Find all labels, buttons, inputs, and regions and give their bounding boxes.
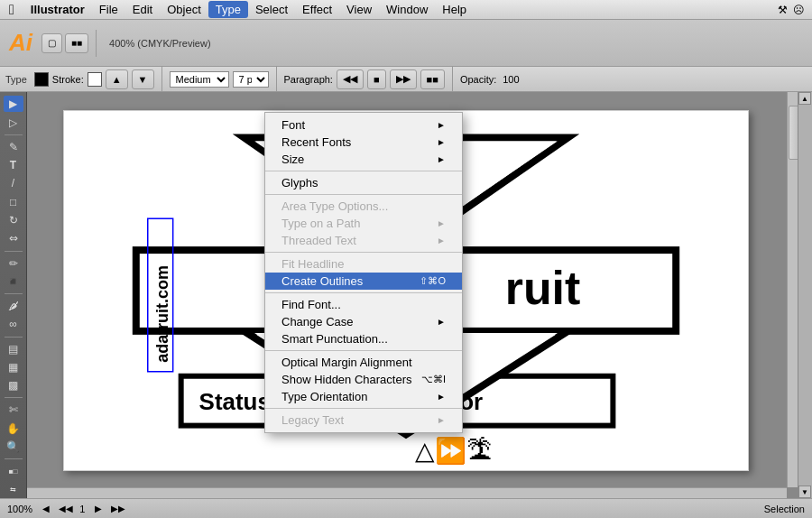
selection-mode: Selection bbox=[764, 504, 805, 514]
pen-tool[interactable]: ✎ bbox=[4, 139, 23, 155]
font-submenu-arrow: ► bbox=[437, 120, 446, 130]
zoom-tool[interactable]: 🔍 bbox=[4, 439, 23, 455]
scroll-up-btn[interactable]: ▲ bbox=[798, 92, 811, 105]
stroke-color-swatch[interactable] bbox=[88, 72, 102, 87]
cc-arrow: ► bbox=[437, 317, 446, 327]
toolbar-sep-1 bbox=[96, 30, 97, 57]
tool-sep-6 bbox=[5, 458, 23, 459]
last-page-btn[interactable]: ▶▶ bbox=[112, 503, 125, 515]
menu-item-glyphs[interactable]: Glyphs bbox=[265, 174, 462, 191]
direct-selection-tool[interactable]: ▷ bbox=[4, 114, 23, 130]
create-outlines-shortcut: ⇧⌘O bbox=[420, 275, 446, 287]
toolbar-btn-group1: ▢ ■■ bbox=[42, 33, 88, 53]
menu-item-legacy-text: Legacy Text ► bbox=[265, 412, 462, 429]
horizontal-scrollbar[interactable] bbox=[27, 487, 787, 498]
type-toolbar: Type Stroke: ▲ ▼ Medium 7 pt Paragraph: … bbox=[0, 67, 812, 92]
paragraph-label: Paragraph: bbox=[284, 74, 333, 85]
menu-item-type-orientation[interactable]: Type Orientation ► bbox=[265, 388, 462, 405]
eyedropper-tool[interactable]: 🌶 bbox=[4, 298, 23, 314]
menu-right-icons: ⚒ ☹ bbox=[778, 4, 812, 16]
bottom-icons: △⏩🏝 bbox=[415, 437, 492, 467]
menu-bar:  Illustrator File Edit Object Type Sele… bbox=[0, 0, 812, 20]
menu-window[interactable]: Window bbox=[379, 1, 435, 18]
eraser-tool[interactable]: ◾ bbox=[4, 273, 23, 290]
menu-file[interactable]: File bbox=[92, 1, 125, 18]
menu-select[interactable]: Select bbox=[248, 1, 295, 18]
apple-menu[interactable]:  bbox=[0, 2, 23, 18]
stroke-weight-btn2[interactable]: ▼ bbox=[132, 69, 154, 89]
graph-tool[interactable]: ▤ bbox=[4, 340, 23, 356]
divider-2 bbox=[265, 194, 462, 195]
rectangle-tool[interactable]: □ bbox=[4, 194, 23, 210]
zoom-field: 400% (CMYK/Preview) bbox=[104, 38, 216, 49]
menu-help[interactable]: Help bbox=[435, 1, 474, 18]
mesh-tool[interactable]: ▦ bbox=[4, 359, 23, 375]
tool-sep-4 bbox=[5, 337, 23, 338]
toggle-btn[interactable]: ■■ bbox=[65, 33, 88, 53]
menu-type[interactable]: Type bbox=[208, 1, 248, 18]
scroll-down-btn[interactable]: ▼ bbox=[798, 486, 811, 498]
menu-item-size[interactable]: Size ► bbox=[265, 151, 462, 168]
menu-object[interactable]: Object bbox=[160, 1, 208, 18]
status-bar: 100% ◀ ◀◀ 1 ▶ ▶▶ Selection bbox=[0, 498, 812, 518]
menu-item-change-case[interactable]: Change Case ► bbox=[265, 313, 462, 330]
size-select[interactable]: 7 pt bbox=[233, 71, 269, 88]
right-scroll-panel: ▲ ▼ bbox=[798, 92, 812, 498]
scissors-tool[interactable]: ✄ bbox=[4, 402, 23, 418]
menu-item-smart-punctuation[interactable]: Smart Punctuation... bbox=[265, 330, 462, 347]
menu-item-create-outlines[interactable]: Create Outlines ⇧⌘O bbox=[265, 273, 462, 290]
menu-effect[interactable]: Effect bbox=[295, 1, 339, 18]
menu-edit[interactable]: Edit bbox=[125, 1, 160, 18]
toolbar-sep-2 bbox=[161, 66, 162, 93]
rotate-tool[interactable]: ↻ bbox=[4, 212, 23, 228]
reflect-tool[interactable]: ⇔ bbox=[4, 230, 23, 246]
stroke-label: Stroke: bbox=[52, 74, 84, 85]
app-name[interactable]: Illustrator bbox=[23, 3, 92, 16]
menu-item-font[interactable]: Font ► bbox=[265, 116, 462, 134]
gradient-tool[interactable]: ▩ bbox=[4, 377, 23, 393]
next-page-btn[interactable]: ▶ bbox=[92, 503, 105, 515]
selection-tool[interactable]: ▶ bbox=[4, 96, 23, 112]
divider-1 bbox=[265, 171, 462, 171]
scroll-thumb[interactable] bbox=[789, 106, 798, 160]
zoom-level: 100% bbox=[7, 504, 32, 514]
first-page-btn[interactable]: ◀◀ bbox=[60, 503, 72, 515]
align-center-btn[interactable]: ■ bbox=[367, 69, 386, 89]
lt-arrow: ► bbox=[437, 415, 446, 425]
opacity-label: Opacity: bbox=[460, 74, 496, 85]
toolbar-sep-4 bbox=[452, 66, 453, 93]
pencil-tool[interactable]: ✏ bbox=[4, 254, 23, 271]
menu-item-show-hidden[interactable]: Show Hidden Characters ⌥⌘I bbox=[265, 371, 462, 388]
vertical-scrollbar[interactable] bbox=[787, 92, 798, 487]
show-hidden-shortcut: ⌥⌘I bbox=[421, 374, 446, 385]
line-tool[interactable]: / bbox=[4, 175, 23, 191]
tools-panel: ▶ ▷ ✎ T / □ ↻ ⇔ ✏ ◾ 🌶 ∞ ▤ ▦ ▩ ✄ ✋ 🔍 ■□ ⇆ bbox=[0, 92, 27, 498]
align-right-btn[interactable]: ▶▶ bbox=[390, 69, 417, 89]
fill-color-swatch[interactable] bbox=[34, 72, 49, 87]
canvas-area[interactable]: Status: Temporary Visitor adafruit.com r… bbox=[27, 92, 798, 498]
adafruit-text: adafruit.com bbox=[153, 265, 171, 363]
tt-arrow: ► bbox=[437, 236, 446, 245]
blend-tool[interactable]: ∞ bbox=[4, 316, 23, 332]
fill-stroke-indicator[interactable]: ■□ bbox=[4, 463, 23, 479]
hand-tool[interactable]: ✋ bbox=[4, 421, 23, 437]
ruit-text: ruit bbox=[505, 262, 581, 314]
swap-colors-btn[interactable]: ⇆ bbox=[4, 482, 23, 498]
menu-item-recent-fonts[interactable]: Recent Fonts ► bbox=[265, 134, 462, 151]
menu-item-find-font[interactable]: Find Font... bbox=[265, 296, 462, 313]
divider-4 bbox=[265, 292, 462, 293]
divider-5 bbox=[265, 350, 462, 351]
menu-view[interactable]: View bbox=[339, 1, 379, 18]
justify-btn[interactable]: ■■ bbox=[420, 69, 445, 89]
type-tool[interactable]: T bbox=[4, 157, 23, 173]
menu-item-threaded-text: Threaded Text ► bbox=[265, 232, 462, 249]
tool-sep-5 bbox=[5, 397, 23, 398]
prev-page-btn[interactable]: ◀ bbox=[40, 503, 52, 515]
tool-sep-2 bbox=[5, 251, 23, 252]
new-doc-btn[interactable]: ▢ bbox=[42, 33, 62, 53]
style-select[interactable]: Medium bbox=[170, 71, 229, 88]
tool-sep-3 bbox=[5, 293, 23, 294]
stroke-weight-btn[interactable]: ▲ bbox=[106, 69, 128, 89]
menu-item-optical-margin[interactable]: Optical Margin Alignment bbox=[265, 354, 462, 371]
align-left-btn[interactable]: ◀◀ bbox=[337, 69, 364, 89]
